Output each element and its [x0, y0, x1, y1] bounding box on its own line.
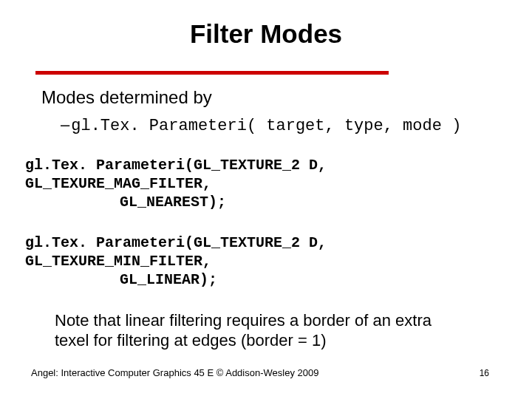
- slide-body: Modes determined by –gl.Tex. Parameteri(…: [41, 87, 499, 351]
- sub-code: gl.Tex. Parameteri( target, type, mode ): [71, 117, 461, 135]
- page-number: 16: [480, 368, 489, 378]
- code-block-1: gl.Tex. Parameteri(GL_TEXTURE_2 D, GL_TE…: [25, 156, 499, 211]
- slide-title: Filter Modes: [0, 0, 532, 49]
- footer-attribution: Angel: Interactive Computer Graphics 45 …: [31, 367, 318, 378]
- sub-bullet: –gl.Tex. Parameteri( target, type, mode …: [61, 115, 499, 135]
- code-line: GL_NEAREST);: [120, 193, 499, 211]
- code-line: gl.Tex. Parameteri(GL_TEXTURE_2 D, GL_TE…: [25, 233, 499, 270]
- code-line: gl.Tex. Parameteri(GL_TEXTURE_2 D, GL_TE…: [25, 156, 499, 193]
- code-line: GL_LINEAR);: [120, 270, 499, 289]
- slide: Filter Modes Modes determined by –gl.Tex…: [0, 0, 532, 399]
- title-underline: [35, 71, 389, 75]
- dash-icon: –: [61, 115, 69, 134]
- heading-text: Modes determined by: [41, 87, 499, 108]
- code-block-2: gl.Tex. Parameteri(GL_TEXTURE_2 D, GL_TE…: [25, 233, 499, 289]
- note-text: Note that linear filtering requires a bo…: [55, 311, 468, 351]
